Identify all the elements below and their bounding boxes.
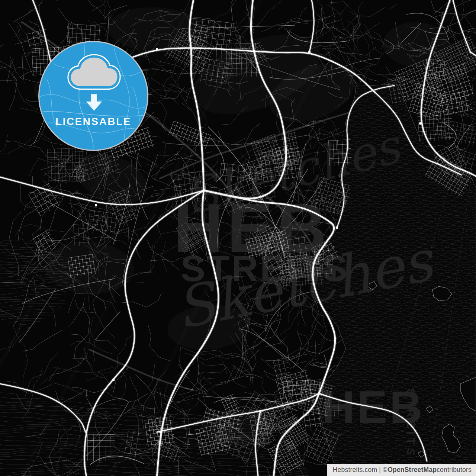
attribution-suffix: contributors <box>437 466 472 474</box>
licensable-badge: LICENSABLE <box>38 41 148 151</box>
map-poster: Sketches HEB STREITS Sketches HEB STREIT… <box>0 0 476 476</box>
attribution-prefix: Hebstreits.com | © <box>333 466 387 474</box>
attribution-bar: Hebstreits.com | © OpenStreetMap contrib… <box>327 464 476 476</box>
badge-label: LICENSABLE <box>39 116 147 128</box>
cloud-download-icon <box>66 52 122 98</box>
download-arrow-icon <box>85 94 103 112</box>
attribution-brand: OpenStreetMap <box>387 466 437 474</box>
